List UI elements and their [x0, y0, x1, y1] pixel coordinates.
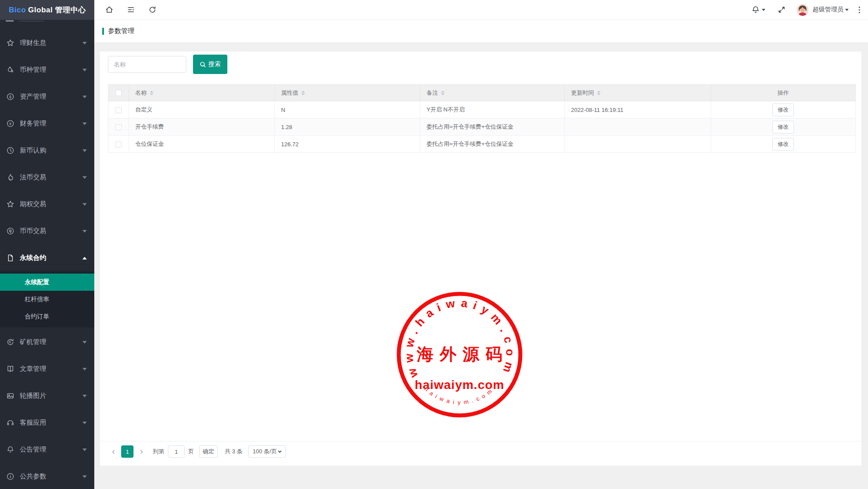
bell-icon — [6, 445, 15, 454]
sidebar-item-articles[interactable]: 文章管理 — [0, 356, 94, 382]
stamp-ring — [399, 294, 520, 415]
sidebar-item-options-trade[interactable]: 期权交易 — [0, 191, 94, 218]
user-avatar[interactable] — [797, 4, 809, 16]
cell-note: 委托占用=开仓手续费+仓位保证金 — [420, 136, 565, 153]
search-input[interactable] — [108, 56, 186, 73]
sidebar-item-support[interactable]: 客服应用 — [0, 409, 94, 436]
svg-text:€: € — [9, 340, 11, 344]
title-accent-bar — [102, 28, 104, 35]
user-menu[interactable]: 超级管理员 — [812, 6, 849, 14]
table-row: 自定义 N Y开启 N不开启 2022-08-11 16:19:11 修改 — [108, 101, 856, 119]
sort-icon[interactable] — [597, 91, 601, 95]
stamp-brand-text: haiwaiym.com — [415, 378, 504, 392]
user-name-label: 超级管理员 — [812, 6, 843, 14]
sort-icon[interactable] — [441, 91, 445, 95]
chevron-down-icon — [82, 69, 87, 71]
notification-bell-icon[interactable] — [751, 5, 765, 14]
sidebar-nav: 理财生息 币种管理 $ 资产管理 ¥ 财务管理 新币认购 法币交易 — [0, 30, 94, 489]
sidebar-item-wealth[interactable]: 理财生息 — [0, 30, 94, 56]
page-size-select[interactable]: 100 条/页 — [248, 445, 286, 458]
next-page-icon[interactable] — [136, 445, 147, 458]
search-button[interactable]: 搜索 — [193, 55, 227, 74]
sidebar-item-spot-trade[interactable]: 币币交易 — [0, 218, 94, 244]
refresh-icon[interactable] — [148, 5, 157, 14]
prev-page-icon[interactable] — [108, 445, 119, 458]
sidebar-item-announcement[interactable]: 公告管理 — [0, 436, 94, 463]
svg-text:$: $ — [9, 95, 11, 99]
main-area: 超级管理员 参数管理 搜索 名称 属性值 备注 — [94, 0, 868, 489]
row-checkbox[interactable] — [115, 124, 122, 130]
sidebar-item-assets[interactable]: $ 资产管理 — [0, 83, 94, 110]
fullscreen-icon[interactable] — [777, 5, 786, 14]
goto-page-input[interactable] — [168, 445, 185, 458]
submenu-item-label: 合约订单 — [25, 313, 49, 321]
topbar-right: 超级管理员 — [751, 4, 862, 16]
chevron-down-icon — [82, 122, 87, 125]
sidebar-item-new-coin[interactable]: 新币认购 — [0, 137, 94, 164]
submenu-item-perpetual-config[interactable]: 永续配置 — [0, 274, 94, 291]
table-row: 仓位保证金 126.72 委托占用=开仓手续费+仓位保证金 修改 — [108, 136, 856, 153]
sidebar-item-perpetual[interactable]: 永续合约 — [0, 244, 94, 271]
submenu-item-contract-orders[interactable]: 合约订单 — [0, 308, 94, 325]
sidebar-item-carousel[interactable]: 轮播图片 — [0, 382, 94, 409]
sidebar-item-currency[interactable]: 币种管理 — [0, 56, 94, 83]
collapse-menu-icon[interactable] — [126, 5, 135, 14]
sidebar-item-finance[interactable]: ¥ 财务管理 — [0, 110, 94, 137]
sidebar-item-label: 法币交易 — [20, 173, 82, 182]
sidebar-item-label: 币种管理 — [20, 66, 82, 74]
mining-refresh-icon: € — [6, 338, 15, 346]
sidebar-item-label: 永续合约 — [20, 254, 82, 262]
sidebar: Bico Global 管理中心 理财生息 币种管理 $ 资产管理 ¥ 财务管理… — [0, 0, 94, 489]
select-all-checkbox[interactable] — [115, 90, 122, 96]
table-row: 开仓手续费 1.28 委托占用=开仓手续费+仓位保证金 修改 — [108, 119, 856, 136]
sidebar-item-fiat-trade[interactable]: 法币交易 — [0, 164, 94, 191]
sort-icon[interactable] — [150, 91, 153, 95]
search-row: 搜索 — [100, 52, 861, 74]
goto-confirm-button[interactable]: 确定 — [199, 445, 218, 458]
chevron-down-icon — [82, 42, 87, 44]
sort-icon[interactable] — [301, 91, 305, 95]
search-button-label: 搜索 — [208, 60, 221, 68]
stamp-ring-text: www.haiwaiym.com — [402, 296, 517, 380]
more-options-icon[interactable] — [857, 6, 862, 14]
current-page-button[interactable]: 1 — [121, 445, 134, 458]
info-circle-icon — [6, 472, 15, 481]
column-header-name[interactable]: 名称 — [129, 85, 275, 101]
edit-button[interactable]: 修改 — [772, 138, 794, 151]
image-icon — [6, 392, 15, 400]
sidebar-item-miner[interactable]: € 矿机管理 — [0, 329, 94, 356]
droplet-icon — [6, 66, 15, 74]
cell-name: 仓位保证金 — [129, 136, 275, 153]
column-header-note[interactable]: 备注 — [420, 85, 565, 101]
sidebar-item-label: 客服应用 — [20, 419, 82, 427]
chevron-down-icon — [82, 395, 87, 397]
submenu-item-leverage[interactable]: 杠杆倍率 — [0, 291, 94, 308]
column-label: 更新时间 — [571, 89, 594, 96]
edit-button[interactable]: 修改 — [772, 104, 794, 116]
scrolled-item-remnant — [6, 20, 14, 22]
column-label: 属性值 — [281, 89, 298, 96]
column-header-updated[interactable]: 更新时间 — [565, 85, 711, 101]
star-icon — [6, 200, 15, 208]
page-title: 参数管理 — [108, 27, 134, 35]
row-checkbox[interactable] — [115, 141, 122, 148]
chevron-down-icon — [82, 230, 87, 233]
exchange-circle-icon — [6, 227, 15, 235]
sidebar-item-label: 资产管理 — [20, 93, 82, 101]
cell-note: Y开启 N不开启 — [420, 101, 565, 119]
cell-updated — [565, 136, 711, 153]
logo-brand: Bico — [9, 6, 26, 15]
sidebar-item-label: 公共参数 — [20, 472, 82, 481]
star-icon — [6, 39, 15, 47]
home-icon[interactable] — [105, 5, 114, 14]
yen-circle-icon: ¥ — [6, 119, 15, 128]
search-icon — [200, 61, 206, 68]
page-unit-label: 页 — [188, 448, 194, 456]
column-header-value[interactable]: 属性值 — [275, 85, 420, 101]
row-checkbox[interactable] — [115, 107, 122, 113]
edit-button[interactable]: 修改 — [772, 121, 794, 133]
cell-value: 126.72 — [275, 136, 420, 153]
sidebar-item-public-params[interactable]: 公共参数 — [0, 463, 94, 489]
chevron-down-icon — [82, 341, 87, 344]
chevron-down-icon — [762, 9, 765, 11]
